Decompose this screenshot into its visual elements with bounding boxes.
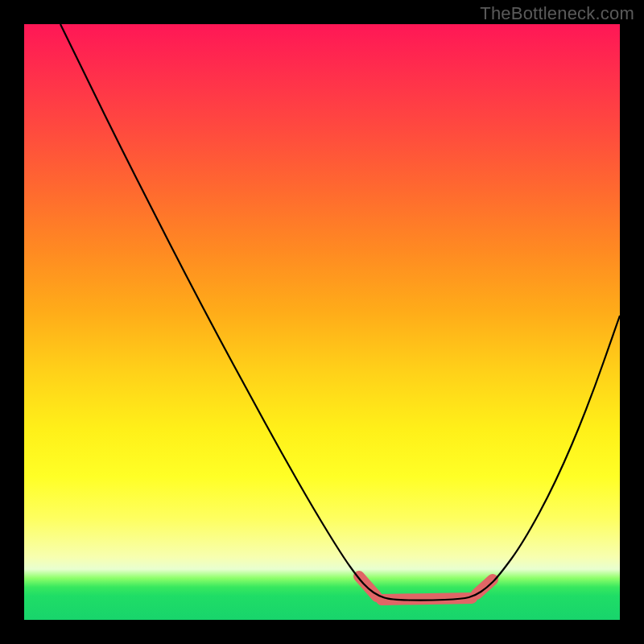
plot-area (24, 24, 620, 620)
bottleneck-curve (60, 24, 620, 601)
chart-svg (24, 24, 620, 620)
watermark-text: TheBottleneck.com (480, 3, 634, 24)
chart-frame: TheBottleneck.com (0, 0, 644, 644)
